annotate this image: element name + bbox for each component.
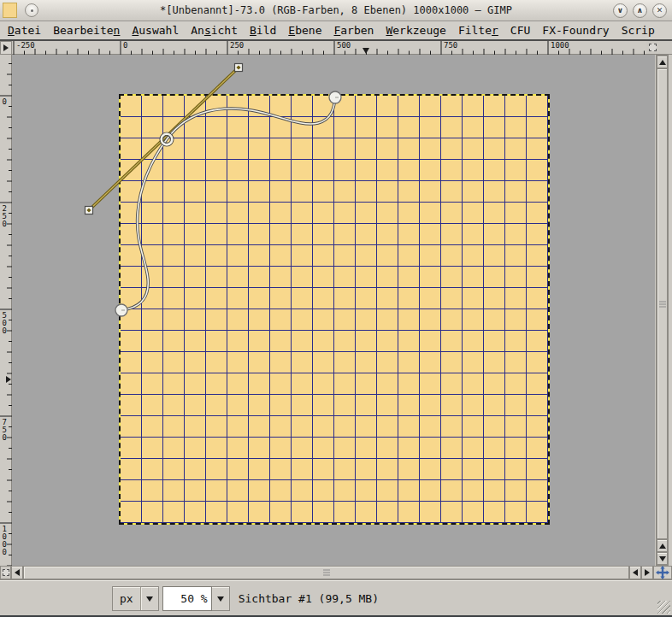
scroll-left-button[interactable] — [11, 566, 23, 579]
svg-text:750: 750 — [444, 41, 457, 50]
close-button[interactable]: ✕ — [652, 3, 667, 18]
unit-dropdown-button[interactable] — [141, 587, 158, 610]
image-canvas[interactable] — [121, 96, 548, 523]
menu-filter[interactable]: Filter — [452, 22, 504, 38]
maximize-button[interactable]: ∧ — [633, 3, 647, 18]
menu-fxfoundry[interactable]: FX-Foundry — [536, 22, 615, 38]
vertical-scrollbar[interactable] — [656, 55, 669, 566]
svg-text:0: 0 — [3, 220, 7, 228]
statusbar: px 50 % Sichtbar #1 (99,5 MB) — [0, 579, 672, 617]
svg-text:0: 0 — [3, 326, 7, 335]
zoom-control: 50 % — [162, 586, 230, 611]
quick-mask-icon — [3, 569, 9, 576]
menu-ebene[interactable]: Ebene — [282, 22, 327, 38]
menu-werkzeuge[interactable]: Werkzeuge — [380, 22, 451, 38]
status-message: Sichtbar #1 (99,5 MB) — [239, 592, 379, 605]
menu-ansicht[interactable]: Ansicht — [185, 22, 244, 38]
thumb-grip — [659, 301, 666, 307]
menu-farben[interactable]: Farben — [327, 22, 380, 38]
main-area: 02505007501000 — [0, 55, 672, 566]
gimp-window: *[Unbenannt]-73.0 (RGB-Farben, 8 Ebenen)… — [0, 0, 672, 617]
path-handle-square — [85, 207, 93, 214]
ruler-vertical[interactable]: 02505007501000 — [0, 55, 12, 566]
arrow-left-icon — [15, 569, 20, 576]
svg-text:-250: -250 — [16, 41, 35, 50]
svg-text:0: 0 — [123, 41, 127, 50]
navigation-pan-button[interactable] — [653, 566, 672, 579]
zoom-input[interactable]: 50 % — [162, 586, 212, 611]
image-menu-button[interactable] — [0, 41, 12, 55]
scroll-up-button[interactable] — [657, 56, 668, 68]
menu-auswahl[interactable]: Auswahl — [126, 22, 185, 38]
selection-marching-ants — [119, 94, 550, 525]
svg-text:1000: 1000 — [551, 41, 569, 50]
ruler-position-marker — [6, 376, 11, 383]
svg-text:250: 250 — [230, 41, 244, 50]
thumb-grip — [323, 570, 330, 576]
arrow-right-icon — [3, 44, 9, 51]
scroll-up-button-secondary[interactable] — [657, 539, 668, 552]
arrow-left-icon — [633, 569, 638, 576]
scroll-right-button[interactable] — [641, 566, 653, 579]
selection-ants-yellow — [119, 94, 550, 525]
menu-bearbeiten[interactable]: Bearbeiten — [47, 22, 126, 38]
path-handle-square — [235, 64, 243, 72]
menu-scrip[interactable]: Scrip — [616, 22, 661, 38]
horizontal-scroll-thumb[interactable] — [23, 566, 629, 579]
zoom-follow-window-toggle[interactable] — [646, 41, 672, 55]
titlebar[interactable]: *[Unbenannt]-73.0 (RGB-Farben, 8 Ebenen)… — [0, 0, 672, 21]
canvas-viewport[interactable] — [12, 55, 655, 566]
menu-datei[interactable]: Datei — [2, 22, 47, 38]
zoom-value: 50 % — [180, 592, 207, 605]
quick-mask-toggle[interactable] — [0, 566, 11, 579]
shade-button[interactable]: ∨ — [613, 3, 628, 18]
window-resize-grip[interactable] — [657, 601, 670, 614]
arrow-down-icon — [659, 556, 666, 561]
scroll-left-button-secondary[interactable] — [629, 566, 641, 579]
dashed-selection-icon — [649, 44, 657, 51]
unit-select[interactable]: px — [112, 586, 159, 611]
svg-text:0: 0 — [3, 433, 7, 442]
zoom-dropdown-button[interactable] — [212, 586, 230, 611]
pan-cross-icon — [656, 566, 669, 579]
svg-text:0: 0 — [3, 97, 7, 106]
svg-text:500: 500 — [337, 41, 351, 50]
arrow-up-icon — [659, 60, 666, 65]
chevron-down-icon — [217, 596, 224, 602]
menu-bild[interactable]: Bild — [244, 22, 282, 38]
arrow-up-icon — [659, 544, 666, 549]
ruler-position-marker — [363, 48, 369, 54]
chevron-down-icon — [146, 596, 153, 602]
window-title: *[Unbenannt]-73.0 (RGB-Farben, 8 Ebenen)… — [0, 4, 672, 16]
menubar: DateiBearbeitenAuswahlAnsichtBildEbeneFa… — [0, 21, 672, 41]
unit-value: px — [113, 592, 140, 605]
menu-cfu[interactable]: CFU — [504, 22, 536, 38]
horizontal-scrollbar-row — [0, 566, 672, 579]
arrow-right-icon — [645, 569, 650, 576]
scroll-down-button[interactable] — [657, 552, 668, 565]
ruler-horizontal[interactable]: -25002505007501000 — [12, 41, 646, 55]
vertical-scroll-thumb[interactable] — [657, 68, 668, 539]
ruler-row: -25002505007501000 — [0, 41, 672, 55]
svg-text:0: 0 — [3, 548, 7, 556]
